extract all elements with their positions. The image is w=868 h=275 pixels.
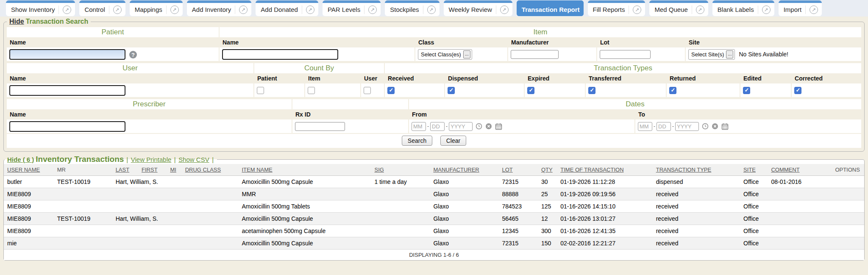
- hide-transactions-link[interactable]: Hide ( 6 ): [7, 156, 34, 163]
- sort-link-site[interactable]: SITE: [743, 167, 756, 173]
- user-name-input[interactable]: [9, 85, 125, 96]
- prescriber-name-input[interactable]: [9, 121, 125, 132]
- tab-body: Stockpiles↗: [385, 3, 439, 16]
- cell-first: [138, 225, 167, 237]
- to-time-icon[interactable]: [702, 123, 709, 130]
- from-month-input[interactable]: [412, 122, 426, 131]
- clear-button[interactable]: Clear: [440, 136, 466, 146]
- cell-options: [832, 225, 864, 237]
- open-in-new-window-icon[interactable]: ↗: [696, 6, 704, 14]
- transaction-row: MIE8809Amoxicillin 500mg TabletsGlaxo784…: [4, 200, 864, 213]
- manufacturer-input[interactable]: [511, 50, 559, 59]
- sort-link-manufacturer[interactable]: MANUFACTURER: [433, 167, 479, 173]
- cell-user-name: MIE8809: [4, 213, 54, 225]
- from-year-input[interactable]: [449, 122, 473, 131]
- open-in-new-window-icon[interactable]: ↗: [306, 6, 314, 14]
- cell-manufacturer: Glaxo: [430, 237, 498, 250]
- type-returned-checkbox[interactable]: [669, 87, 676, 94]
- type-edited-checkbox[interactable]: [743, 87, 750, 94]
- type-returned-label: Returned: [667, 74, 740, 83]
- site-select-browse-button[interactable]: ...: [726, 50, 733, 58]
- cell-mr: [54, 225, 112, 237]
- sort-link-sig[interactable]: SIG: [375, 167, 384, 173]
- tab-icon-wrap: ↗: [496, 6, 509, 14]
- sort-link-comment[interactable]: COMMENT: [771, 167, 799, 173]
- open-in-new-window-icon[interactable]: ↗: [500, 6, 509, 14]
- tab-mappings[interactable]: Mappings↗: [130, 0, 183, 16]
- tab-fill-reports[interactable]: Fill Reports↗: [588, 0, 645, 16]
- tab-add-donated[interactable]: Add Donated↗: [256, 0, 318, 16]
- count-by-user-checkbox[interactable]: [364, 87, 371, 94]
- sort-link-first[interactable]: FIRST: [142, 167, 158, 173]
- tab-label: PAR Levels: [328, 6, 360, 13]
- type-transferred-checkbox[interactable]: [588, 87, 595, 94]
- tab-icon-wrap: ↗: [805, 6, 818, 14]
- column-header-last: LAST: [112, 164, 138, 176]
- site-select[interactable]: Select Site(s)...: [688, 49, 735, 60]
- open-in-new-window-icon[interactable]: ↗: [762, 6, 771, 14]
- search-band-user-countby-types: User Count By Transaction Types Name Pat…: [6, 62, 862, 98]
- sort-link-drug-class[interactable]: DRUG CLASS: [185, 167, 221, 173]
- cell-last: [112, 188, 138, 200]
- count-by-patient-checkbox[interactable]: [257, 87, 264, 94]
- sort-link-lot[interactable]: LOT: [502, 167, 512, 173]
- sort-link-user-name[interactable]: USER NAME: [7, 167, 40, 173]
- open-in-new-window-icon[interactable]: ↗: [368, 6, 377, 14]
- type-corrected-checkbox[interactable]: [794, 87, 801, 94]
- item-name-input[interactable]: [222, 49, 338, 60]
- to-day-input[interactable]: [657, 122, 671, 131]
- search-button[interactable]: Search: [402, 136, 432, 146]
- tab-weekly-review[interactable]: Weekly Review↗: [444, 0, 512, 16]
- tab-blank-labels[interactable]: Blank Labels↗: [712, 0, 774, 16]
- from-day-input[interactable]: [430, 122, 445, 131]
- type-corrected-label: Corrected: [792, 74, 861, 83]
- tab-transaction-report[interactable]: Transaction Report: [517, 0, 584, 16]
- rx-id-input[interactable]: [295, 122, 345, 131]
- tab-add-inventory[interactable]: Add Inventory↗: [187, 0, 252, 16]
- to-calendar-icon[interactable]: [721, 123, 729, 130]
- lot-input[interactable]: [600, 50, 651, 59]
- to-month-input[interactable]: [638, 122, 652, 131]
- view-printable-link[interactable]: View Printable: [131, 156, 172, 163]
- sort-link-last[interactable]: LAST: [116, 167, 130, 173]
- tab-body: Med Queue↗: [649, 3, 708, 16]
- sort-link-mi[interactable]: MI: [170, 167, 176, 173]
- tab-med-queue[interactable]: Med Queue↗: [649, 0, 708, 16]
- open-in-new-window-icon[interactable]: ↗: [63, 6, 71, 14]
- sort-link-item-name[interactable]: ITEM NAME: [242, 167, 273, 173]
- from-clear-date-icon[interactable]: [485, 123, 492, 130]
- type-received-checkbox[interactable]: [387, 87, 395, 94]
- class-select-browse-button[interactable]: ...: [463, 50, 470, 58]
- section-title-dates: Dates: [409, 99, 861, 109]
- to-clear-date-icon[interactable]: [712, 123, 718, 130]
- tab-stockpiles[interactable]: Stockpiles↗: [385, 0, 439, 16]
- show-csv-link[interactable]: Show CSV: [178, 156, 209, 163]
- sort-link-time-of-transaction[interactable]: TIME OF TRANSACTION: [560, 167, 623, 173]
- tab-import[interactable]: Import↗: [779, 0, 822, 16]
- tab-show-inventory[interactable]: Show Inventory↗: [6, 0, 75, 16]
- open-in-new-window-icon[interactable]: ↗: [239, 6, 248, 14]
- tab-par-levels[interactable]: PAR Levels↗: [323, 0, 381, 16]
- cell-item-name: acetaminophen 500mg Capsule: [239, 225, 371, 237]
- hide-search-link[interactable]: Hide: [9, 18, 24, 25]
- open-in-new-window-icon[interactable]: ↗: [170, 6, 179, 14]
- type-expired-checkbox[interactable]: [527, 87, 534, 94]
- count-by-item-checkbox[interactable]: [308, 87, 315, 94]
- sort-link-transaction-type[interactable]: TRANSACTION TYPE: [656, 167, 712, 173]
- from-calendar-icon[interactable]: [495, 123, 502, 130]
- from-time-icon[interactable]: [476, 123, 482, 130]
- class-select[interactable]: Select Class(es)...: [418, 49, 472, 60]
- open-in-new-window-icon[interactable]: ↗: [113, 6, 122, 14]
- cell-sig: [371, 213, 430, 225]
- open-in-new-window-icon[interactable]: ↗: [633, 6, 641, 14]
- open-in-new-window-icon[interactable]: ↗: [810, 6, 818, 14]
- type-dispensed-checkbox[interactable]: [448, 87, 455, 94]
- column-header-user-name: USER NAME: [4, 164, 54, 176]
- patient-name-input[interactable]: [9, 49, 125, 60]
- open-in-new-window-icon[interactable]: ↗: [427, 6, 436, 14]
- sort-link-qty[interactable]: QTY: [541, 167, 553, 173]
- tab-control[interactable]: Control↗: [79, 0, 125, 16]
- tab-icon-wrap: ↗: [364, 6, 377, 14]
- help-icon[interactable]: ?: [129, 51, 137, 58]
- to-year-input[interactable]: [675, 122, 699, 131]
